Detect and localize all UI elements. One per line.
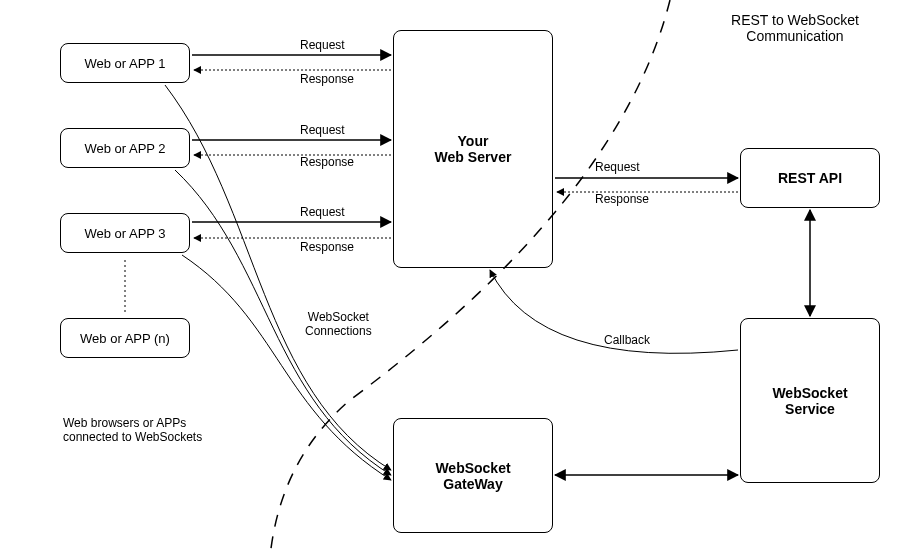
req-label-2: Request (300, 123, 345, 137)
rest-api-box: REST API (740, 148, 880, 208)
client-box-n: Web or APP (n) (60, 318, 190, 358)
ws-gateway-label: WebSocket GateWay (435, 460, 510, 492)
ws-connections-label: WebSocket Connections (305, 310, 372, 338)
resp-label-3: Response (300, 240, 354, 254)
ws-service-box: WebSocket Service (740, 318, 880, 483)
callback-label: Callback (604, 333, 650, 347)
client-box-3: Web or APP 3 (60, 213, 190, 253)
resp-label-2: Response (300, 155, 354, 169)
web-server-box: Your Web Server (393, 30, 553, 268)
web-server-label: Your Web Server (435, 133, 512, 165)
client-box-1: Web or APP 1 (60, 43, 190, 83)
clients-note-label: Web browsers or APPs connected to WebSoc… (63, 416, 202, 444)
ws-curve-1 (165, 85, 391, 470)
client-2-label: Web or APP 2 (84, 141, 165, 156)
client-1-label: Web or APP 1 (84, 56, 165, 71)
client-box-2: Web or APP 2 (60, 128, 190, 168)
ws-curve-3 (182, 255, 391, 480)
client-3-label: Web or APP 3 (84, 226, 165, 241)
req-label-3: Request (300, 205, 345, 219)
ws-gateway-box: WebSocket GateWay (393, 418, 553, 533)
req-label-1: Request (300, 38, 345, 52)
ws-service-label: WebSocket Service (772, 385, 847, 417)
client-n-label: Web or APP (n) (80, 331, 170, 346)
resp-label-1: Response (300, 72, 354, 86)
req-label-rest: Request (595, 160, 640, 174)
rest-api-label: REST API (778, 170, 842, 186)
resp-label-rest: Response (595, 192, 649, 206)
diagram-title: REST to WebSocket Communication (700, 12, 890, 44)
